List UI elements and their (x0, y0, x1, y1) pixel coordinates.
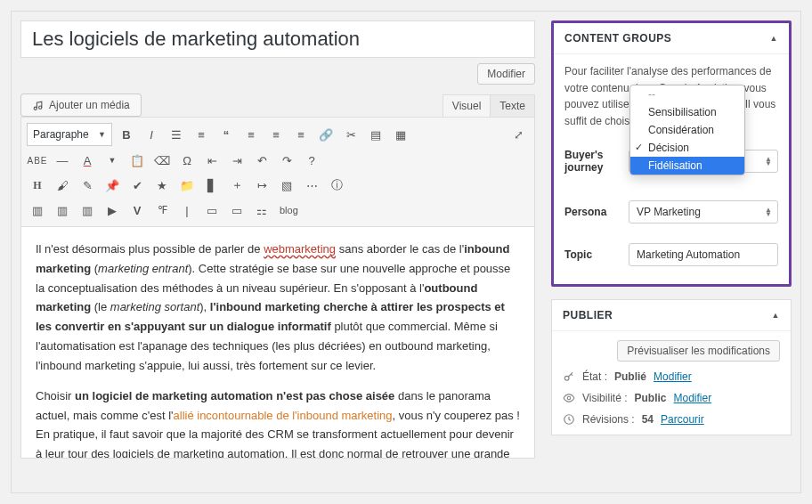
revisions-icon (563, 413, 575, 426)
cols3-icon[interactable]: ▥ (52, 199, 73, 221)
media-tab-row: Ajouter un média Visuel Texte (20, 93, 535, 117)
blog-button[interactable]: blog (276, 199, 302, 221)
collapse-icon: ▲ (772, 311, 780, 320)
video-icon[interactable]: ▶ (102, 199, 123, 221)
arrow-right-icon[interactable]: ↦ (251, 175, 272, 196)
persona-label: Persona (564, 206, 620, 218)
undo-icon[interactable]: ↶ (251, 150, 272, 171)
special-char-icon[interactable]: Ω (176, 150, 198, 171)
align-center-icon[interactable]: ≡ (265, 124, 287, 145)
edit-permalink-button[interactable]: Modifier (477, 63, 535, 85)
permalink-row: Modifier (20, 58, 535, 93)
buyer-journey-select[interactable]: ▲▼ -- Sensibilisation Considération Déci… (629, 150, 778, 173)
buyer-journey-row: Buyer's journey ▲▼ -- Sensibilisation Co… (564, 149, 778, 174)
tab-text[interactable]: Texte (490, 94, 535, 117)
info-icon[interactable]: ⓘ (326, 175, 347, 196)
main-column: Modifier Ajouter un média Visuel Texte P… (20, 20, 535, 492)
card-icon[interactable]: ▭ (201, 199, 223, 221)
tab-visual[interactable]: Visuel (443, 94, 491, 117)
bold-icon[interactable]: B (116, 124, 137, 145)
content-groups-body: Pour faciliter l'analyse des performance… (554, 54, 789, 284)
edit-visibility-link[interactable]: Modifier (673, 392, 711, 404)
readmore-icon[interactable]: ▤ (365, 124, 386, 145)
sep-icon: | (176, 199, 198, 221)
star-icon[interactable]: ★ (151, 175, 173, 196)
cols2-icon[interactable]: ▥ (27, 199, 48, 221)
toolbar-row-2: ABE — A ▼ 📋 ⌫ Ω ⇤ ⇥ ↶ ↷ ? (27, 148, 529, 173)
publish-title: PUBLIER (563, 309, 613, 321)
editor-screen: Modifier Ajouter un média Visuel Texte P… (11, 11, 801, 493)
buyer-opt-decision[interactable]: Décision (630, 139, 744, 157)
content-groups-header[interactable]: CONTENT GROUPS ▲ (554, 23, 789, 54)
buyer-opt-consideration[interactable]: Considération (630, 121, 744, 139)
add-media-button[interactable]: Ajouter un média (20, 93, 142, 117)
publish-header[interactable]: PUBLIER ▲ (552, 300, 791, 331)
align-left-icon[interactable]: ≡ (240, 124, 262, 145)
unlink-icon[interactable]: ✂ (340, 124, 361, 145)
help-icon[interactable]: ? (301, 150, 322, 171)
hr-icon[interactable]: — (52, 150, 73, 171)
abe-icon[interactable]: ABE (27, 150, 48, 171)
paragraph-2: Choisir un logiciel de marketing automat… (36, 386, 520, 459)
brush-icon[interactable]: 🖌 (52, 175, 73, 196)
book-icon[interactable]: ▋ (201, 175, 223, 196)
format-select[interactable]: Paragraphe ▼ (27, 123, 112, 146)
topic-row: Topic (564, 243, 778, 266)
outdent-icon[interactable]: ⇤ (201, 150, 223, 171)
textcolor-dropdown-icon[interactable]: ▼ (102, 150, 123, 171)
topic-input[interactable] (629, 243, 778, 266)
indent-icon[interactable]: ⇥ (226, 150, 248, 171)
vimeo-icon[interactable]: V (126, 199, 148, 221)
creditcard-icon[interactable]: ▭ (226, 199, 248, 221)
pencil-icon[interactable]: ✎ (77, 175, 98, 196)
toolbar-toggle-icon[interactable]: ▦ (390, 124, 411, 145)
inbound-link[interactable]: allié incontournable de l'inbound market… (174, 409, 393, 422)
revisions-label: Révisions : (582, 413, 635, 426)
publish-visibility-row: Visibilité : Public Modifier (563, 392, 780, 404)
post-title-input[interactable] (20, 20, 535, 58)
dollar-icon[interactable]: ⚏ (251, 199, 272, 221)
check-icon[interactable]: ✔ (126, 175, 148, 196)
buyer-journey-dropdown: -- Sensibilisation Considération Décisio… (629, 85, 745, 175)
paste-icon[interactable]: 📋 (126, 150, 148, 171)
buyer-opt-fidelisation[interactable]: Fidélisation (630, 157, 744, 175)
publish-panel: PUBLIER ▲ Prévisualiser les modification… (551, 299, 792, 435)
editor-content[interactable]: Il n'est désormais plus possible de parl… (20, 227, 535, 459)
publish-body: Prévisualiser les modifications État : P… (552, 331, 791, 435)
paragraph-1: Il n'est désormais plus possible de parl… (36, 240, 520, 376)
toolbar-row-4: ▥ ▥ ▥ ▶ V ℉ | ▭ ▭ ⚏ blog (27, 198, 529, 223)
buyer-opt-sensibilisation[interactable]: Sensibilisation (630, 103, 744, 121)
eye-icon (563, 392, 575, 404)
fullscreen-icon[interactable]: ⤢ (508, 124, 529, 145)
persona-value: VP Marketing (637, 206, 701, 218)
bullet-list-icon[interactable]: ☰ (166, 124, 187, 145)
clear-format-icon[interactable]: ⌫ (151, 150, 173, 171)
heading-icon[interactable]: H (27, 175, 48, 196)
cols4-icon[interactable]: ▥ (77, 199, 98, 221)
link-icon[interactable]: 🔗 (315, 124, 337, 145)
image-icon[interactable]: ▧ (276, 175, 297, 196)
textcolor-icon[interactable]: A (77, 150, 98, 171)
fahrenheit-icon[interactable]: ℉ (151, 199, 173, 221)
folder-icon[interactable]: 📁 (176, 175, 198, 196)
preview-changes-button[interactable]: Prévisualiser les modifications (617, 340, 780, 362)
italic-icon[interactable]: I (141, 124, 162, 145)
format-select-label: Paragraphe (33, 128, 89, 141)
persona-select[interactable]: VP Marketing ▲▼ (629, 200, 778, 224)
svg-point-2 (564, 377, 569, 381)
blockquote-icon[interactable]: “ (215, 124, 237, 145)
align-right-icon[interactable]: ≡ (290, 124, 312, 145)
toolbar-row-1: Paragraphe ▼ B I ☰ ≡ “ ≡ ≡ ≡ 🔗 ✂ ▤ ▦ ⤢ (27, 121, 529, 148)
ellipsis-icon[interactable]: ⋯ (301, 175, 322, 196)
pin-icon[interactable]: 📌 (102, 175, 123, 196)
key-icon (563, 370, 575, 383)
buyer-journey-label: Buyer's journey (564, 149, 620, 174)
publish-revisions-row: Révisions : 54 Parcourir (563, 413, 780, 426)
number-list-icon[interactable]: ≡ (191, 124, 212, 145)
redo-icon[interactable]: ↷ (276, 150, 297, 171)
browse-revisions-link[interactable]: Parcourir (661, 413, 704, 426)
edit-state-link[interactable]: Modifier (654, 370, 692, 383)
content-groups-title: CONTENT GROUPS (564, 32, 671, 45)
buyer-opt-none[interactable]: -- (630, 85, 744, 103)
plus-icon[interactable]: ＋ (226, 175, 248, 196)
